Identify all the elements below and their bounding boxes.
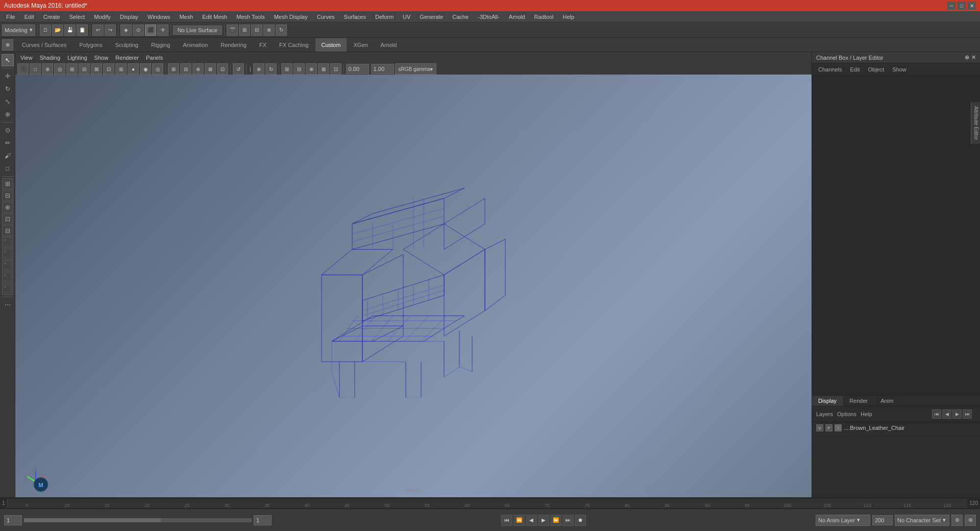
refresh-btn[interactable]: ↻: [276, 25, 287, 36]
channel-tab-channels[interactable]: Channels: [816, 65, 844, 74]
vp-tool-1[interactable]: 🎥: [17, 63, 29, 75]
tab-xgen[interactable]: XGen: [347, 38, 374, 52]
tool-unknown1[interactable]: ⬛: [2, 237, 13, 248]
timeline[interactable]: 1 5 10 15 20 25 30 35 40 45 50 55 60 65 …: [0, 497, 980, 509]
tool-unknown5[interactable]: ⬛: [2, 284, 13, 295]
tool-universal[interactable]: ⊕: [2, 108, 14, 120]
menu-arnold[interactable]: Arnold: [505, 13, 529, 21]
anim-layer-dropdown[interactable]: No Anim Layer ▾: [816, 515, 870, 526]
layer-ctrl-4[interactable]: ⏭: [963, 409, 972, 419]
layer-ctrl-1[interactable]: ⏮: [932, 409, 941, 419]
tool-misc[interactable]: ⋯: [2, 299, 14, 311]
snap1-btn[interactable]: ⊞: [239, 25, 250, 36]
menu-display[interactable]: Display: [116, 13, 142, 21]
vp-tool-14[interactable]: ⊟: [180, 63, 191, 75]
tool-snap-curve[interactable]: ⊟: [2, 190, 13, 201]
display-tab-render[interactable]: Render: [843, 396, 874, 406]
menu-generate[interactable]: Generate: [415, 13, 447, 21]
menu-mesh-display[interactable]: Mesh Display: [270, 13, 312, 21]
menu-mesh[interactable]: Mesh: [175, 13, 197, 21]
display-tab-anim[interactable]: Anim: [874, 396, 900, 406]
tab-rigging[interactable]: Rigging: [145, 38, 176, 52]
tab-arnold[interactable]: Arnold: [375, 38, 403, 52]
layer-v-cell[interactable]: V: [816, 424, 823, 431]
menu-mesh-tools[interactable]: Mesh Tools: [232, 13, 268, 21]
vp-color-space[interactable]: sRGB gamma ▾: [395, 63, 437, 75]
vp-tool-5[interactable]: ⊞: [66, 63, 78, 75]
snap3-btn[interactable]: ⊕: [263, 25, 275, 36]
vp-tool-20[interactable]: ↻: [265, 63, 277, 75]
range-start-input[interactable]: 1: [4, 515, 22, 525]
shelf-settings-btn[interactable]: ⊕: [2, 39, 13, 51]
menu-cache[interactable]: Cache: [448, 13, 473, 21]
vp-menu-lighting[interactable]: Lighting: [64, 54, 90, 62]
display-tab-display[interactable]: Display: [812, 396, 843, 406]
vp-tool-8[interactable]: ⊡: [103, 63, 114, 75]
transport-play-back[interactable]: ◀: [526, 515, 537, 526]
paint-btn[interactable]: ⬛: [145, 25, 156, 36]
layers-help[interactable]: Help: [861, 411, 872, 417]
tab-custom[interactable]: Custom: [315, 38, 347, 52]
menu-modify[interactable]: Modify: [90, 13, 114, 21]
vp-value1-input[interactable]: 0.00: [346, 64, 369, 74]
vp-tool-13[interactable]: ⊞: [168, 63, 179, 75]
workspace-dropdown[interactable]: Modeling ▾: [2, 25, 35, 36]
tab-sculpting[interactable]: Sculpting: [109, 38, 144, 52]
tool-scale[interactable]: ⤡: [2, 95, 14, 108]
new-file-btn[interactable]: 🗋: [40, 25, 51, 36]
vp-tool-24[interactable]: ⊠: [318, 63, 329, 75]
vp-tool-7[interactable]: ⊠: [91, 63, 102, 75]
tool-sculpt[interactable]: ✏: [2, 137, 14, 149]
vp-menu-view[interactable]: View: [17, 54, 36, 62]
transport-go-start[interactable]: ⏮: [501, 515, 512, 526]
vp-tool-15[interactable]: ⊕: [192, 63, 204, 75]
tool-snap-surface[interactable]: ⊟: [2, 225, 13, 236]
menu-3dtool[interactable]: -3DtoAll-: [474, 13, 504, 21]
minimize-button[interactable]: ─: [947, 2, 955, 10]
menu-surfaces[interactable]: Surfaces: [340, 13, 370, 21]
tab-curves-surfaces[interactable]: Curves / Surfaces: [16, 38, 72, 52]
transport-go-end[interactable]: ⏭: [562, 515, 574, 526]
layer-p-cell[interactable]: P: [825, 424, 832, 431]
menu-windows[interactable]: Windows: [143, 13, 175, 21]
right-panel-expand[interactable]: ⊕: [965, 54, 969, 61]
vp-tool-12[interactable]: ◎: [152, 63, 163, 75]
tool-snap-point[interactable]: ⊕: [2, 202, 13, 213]
bottom-settings-2[interactable]: ⚙: [965, 515, 976, 526]
menu-radtool[interactable]: Radtool: [530, 13, 558, 21]
tool-unknown4[interactable]: ⬛: [2, 272, 13, 283]
vp-tool-9[interactable]: ⊞: [115, 63, 127, 75]
vp-menu-renderer[interactable]: Renderer: [112, 54, 142, 62]
vp-menu-show[interactable]: Show: [91, 54, 112, 62]
tool-select[interactable]: ↖: [2, 54, 14, 66]
character-set-dropdown[interactable]: No Character Set ▾: [895, 515, 949, 526]
menu-deform[interactable]: Deform: [371, 13, 398, 21]
tool-rotate[interactable]: ↻: [2, 83, 14, 95]
layer-ctrl-2[interactable]: ◀: [942, 409, 951, 419]
tool-paint[interactable]: 🖌: [2, 150, 14, 162]
maximize-button[interactable]: □: [958, 2, 966, 10]
transport-play-forward[interactable]: ▶: [538, 515, 549, 526]
tool-shape[interactable]: □: [2, 162, 14, 175]
tool-unknown2[interactable]: ⬛: [2, 249, 13, 260]
vp-menu-shading[interactable]: Shading: [37, 54, 63, 62]
no-live-surface-btn[interactable]: No Live Surface: [173, 26, 222, 35]
tool-snap-grid[interactable]: ⊞: [2, 178, 13, 189]
vp-value2-input[interactable]: 1.00: [371, 64, 394, 74]
menu-edit[interactable]: Edit: [20, 13, 38, 21]
current-frame-input[interactable]: 1: [254, 515, 272, 525]
vp-tool-23[interactable]: ⊕: [306, 63, 317, 75]
open-file-btn[interactable]: 📂: [52, 25, 63, 36]
tab-rendering[interactable]: Rendering: [214, 38, 253, 52]
move-btn[interactable]: ✛: [157, 25, 168, 36]
save-file-btn[interactable]: 💾: [64, 25, 76, 36]
vp-tool-4[interactable]: ◎: [54, 63, 65, 75]
transport-record[interactable]: ⏺: [575, 515, 586, 526]
menu-select[interactable]: Select: [65, 13, 89, 21]
vp-tool-10[interactable]: ●: [128, 63, 139, 75]
viewport-canvas[interactable]: .wire { stroke: #2233aa; stroke-width: 1…: [15, 75, 812, 497]
layer-ctrl-3[interactable]: ▶: [952, 409, 962, 419]
tab-polygons[interactable]: Polygons: [73, 38, 108, 52]
transport-step-back[interactable]: ⏪: [513, 515, 525, 526]
channel-tab-edit[interactable]: Edit: [848, 65, 862, 74]
